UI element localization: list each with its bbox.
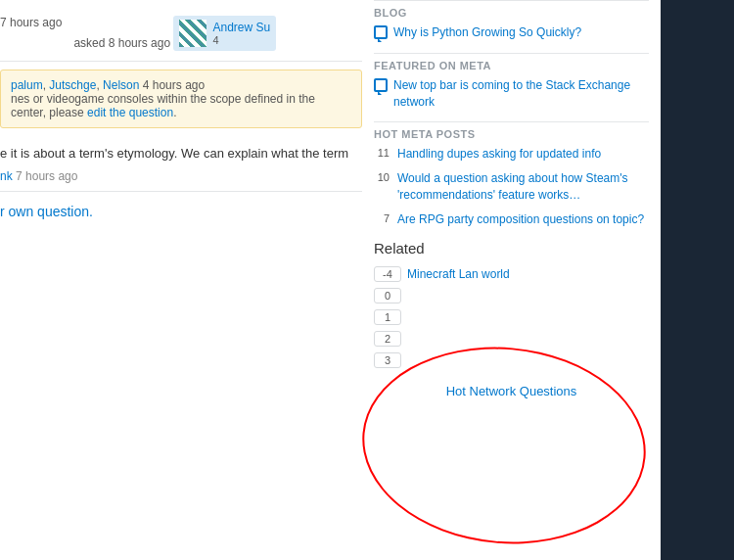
answer-time: 7 hours ago	[16, 169, 77, 183]
asked-time: asked 8 hours ago	[73, 36, 170, 50]
own-question-section: r own question.	[0, 192, 362, 227]
related-score-3: 2	[374, 331, 401, 347]
close-text: nes or videogame consoles within the sco…	[11, 92, 351, 106]
meta-post-link-1[interactable]: Would a question asking about how Steam'…	[397, 170, 649, 204]
meta-post-0: 11 Handling dupes asking for updated inf…	[374, 146, 649, 163]
meta-post-count-2: 7	[374, 211, 390, 224]
meta-post-link-2[interactable]: Are RPG party composition questions on t…	[397, 211, 644, 228]
featured-section: FEATURED ON META New top bar is coming t…	[374, 53, 649, 111]
related-score-0: -4	[374, 266, 401, 282]
related-title: Related	[374, 240, 649, 257]
related-item-0: -4 Minecraft Lan world	[374, 266, 649, 283]
answer-footer: nk 7 hours ago	[0, 169, 362, 183]
close-users: palum, Jutschge, Nelson 4 hours ago	[11, 78, 205, 92]
right-panel	[661, 0, 734, 560]
own-question-link[interactable]: r own question.	[0, 204, 93, 219]
close-notice: palum, Jutschge, Nelson 4 hours ago nes …	[0, 70, 362, 128]
related-item-1: 0	[374, 288, 649, 303]
featured-link-text: New top bar is coming to the Stack Excha…	[393, 77, 649, 111]
hot-network-section: Hot Network Questions	[374, 384, 649, 398]
blog-icon	[374, 25, 388, 39]
close-user-palum[interactable]: palum	[11, 78, 43, 92]
answer-section: e it is about a term's etymology. We can…	[0, 136, 362, 192]
close-time: 4 hours ago	[143, 78, 205, 92]
related-score-1: 0	[374, 288, 401, 303]
related-score-2: 1	[374, 309, 401, 325]
hours-ago-left: 7 hours ago	[0, 16, 62, 29]
blog-link[interactable]: Why is Python Growing So Quickly?	[374, 24, 649, 41]
user-name-link[interactable]: Andrew Su	[212, 21, 270, 34]
user-info: Andrew Su 4	[212, 21, 270, 46]
related-item-4: 3	[374, 352, 649, 368]
blog-title: BLOG	[374, 0, 649, 19]
meta-post-count-0: 11	[374, 146, 390, 159]
meta-left: 7 hours ago	[0, 16, 62, 51]
meta-right: asked 8 hours ago Andrew Su 4	[73, 16, 276, 51]
related-section: Related -4 Minecraft Lan world 0 1 2 3	[374, 240, 649, 399]
hot-meta-title: HOT META POSTS	[374, 121, 649, 140]
meta-post-2: 7 Are RPG party composition questions on…	[374, 211, 649, 228]
related-item-2: 1	[374, 309, 649, 325]
hot-meta-section: HOT META POSTS 11 Handling dupes asking …	[374, 121, 649, 227]
blog-section: BLOG Why is Python Growing So Quickly?	[374, 0, 649, 41]
close-user-jutschge[interactable]: Jutschge	[49, 78, 96, 92]
user-gravatar	[179, 20, 206, 47]
blog-link-text: Why is Python Growing So Quickly?	[393, 24, 581, 41]
close-edit-line: center, please edit the question.	[11, 106, 351, 119]
answer-link[interactable]: nk	[0, 169, 13, 183]
left-panel: 7 hours ago asked 8 hours ago Andrew Su …	[0, 0, 362, 560]
user-card: Andrew Su 4	[173, 16, 276, 51]
close-user-nelson[interactable]: Nelson	[103, 78, 139, 92]
answer-text: e it is about a term's etymology. We can…	[0, 144, 362, 163]
related-score-4: 3	[374, 352, 401, 368]
featured-icon	[374, 78, 388, 92]
related-link-0[interactable]: Minecraft Lan world	[407, 266, 510, 283]
user-rep: 4	[212, 34, 270, 46]
meta-post-1: 10 Would a question asking about how Ste…	[374, 170, 649, 204]
sidebar: BLOG Why is Python Growing So Quickly? F…	[362, 0, 661, 560]
related-item-3: 2	[374, 331, 649, 347]
hot-network-link[interactable]: Hot Network Questions	[446, 384, 577, 398]
featured-title: FEATURED ON META	[374, 53, 649, 71]
edit-question-link[interactable]: edit the question	[87, 106, 173, 119]
meta-post-link-0[interactable]: Handling dupes asking for updated info	[397, 146, 601, 163]
own-question-text: r own question.	[0, 204, 93, 219]
featured-link[interactable]: New top bar is coming to the Stack Excha…	[374, 77, 649, 111]
question-meta: 7 hours ago asked 8 hours ago Andrew Su …	[0, 8, 362, 62]
meta-post-count-1: 10	[374, 170, 390, 183]
